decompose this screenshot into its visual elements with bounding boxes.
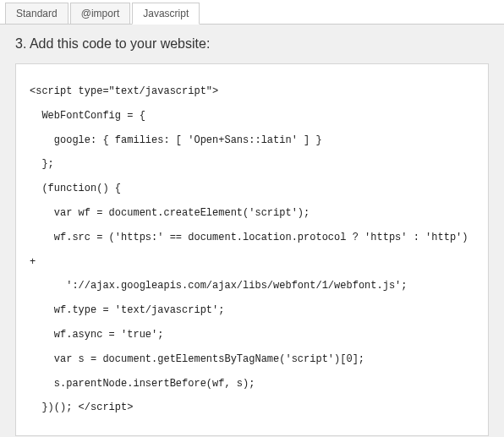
tab-import[interactable]: @import bbox=[70, 3, 131, 25]
instruction-text: 3. Add this code to your website: bbox=[15, 36, 489, 52]
tab-bar: Standard @import Javascript bbox=[0, 0, 504, 24]
content-panel: 3. Add this code to your website: <scrip… bbox=[0, 24, 504, 437]
tab-standard[interactable]: Standard bbox=[5, 3, 68, 25]
tab-javascript[interactable]: Javascript bbox=[132, 3, 200, 25]
code-snippet[interactable]: <script type="text/javascript"> WebFontC… bbox=[15, 63, 489, 436]
